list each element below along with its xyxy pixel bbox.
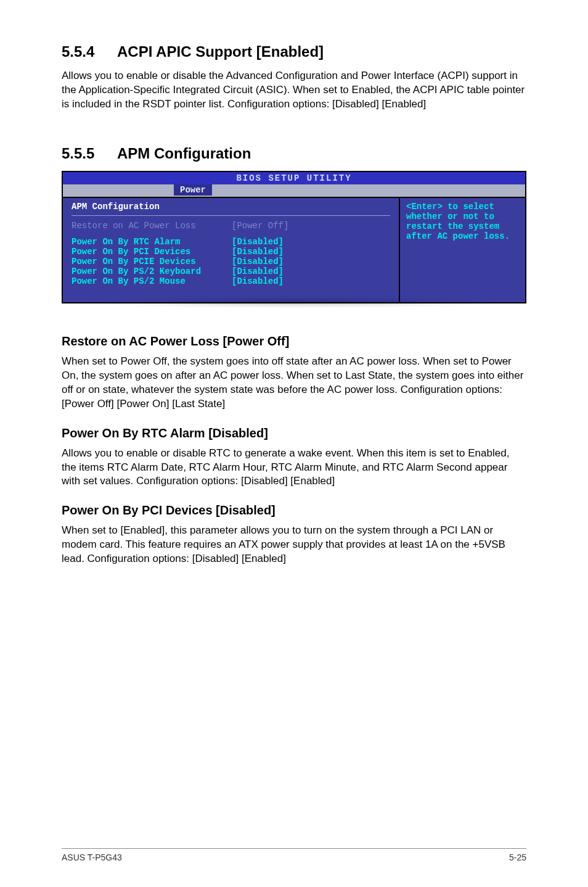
section-554-title: ACPI APIC Support [Enabled] xyxy=(117,43,324,60)
pci-body: When set to [Enabled], this parameter al… xyxy=(62,524,526,566)
footer-left: ASUS T-P5G43 xyxy=(62,852,122,862)
bios-item-row: Power On By PCI Devices [Disabled] xyxy=(71,247,390,257)
bios-left-pane-title: APM Configuration xyxy=(71,202,390,214)
bios-item-label: Power On By PS/2 Keyboard xyxy=(71,266,232,276)
restore-body: When set to Power Off, the system goes i… xyxy=(62,355,526,411)
bios-highlighted-value: [Power Off] xyxy=(232,221,324,231)
bios-item-label: Power On By PCI Devices xyxy=(71,247,232,257)
section-554-number: 5.5.4 xyxy=(62,43,117,60)
bios-item-row: Power On By RTC Alarm [Disabled] xyxy=(71,237,390,247)
page-footer: ASUS T-P5G43 5-25 xyxy=(62,848,526,862)
rtc-heading: Power On By RTC Alarm [Disabled] xyxy=(62,426,526,440)
section-554-heading: 5.5.4ACPI APIC Support [Enabled] xyxy=(62,43,526,60)
bios-item-row: Power On By PCIE Devices [Disabled] xyxy=(71,257,390,266)
bios-item-label: Power On By RTC Alarm xyxy=(71,237,232,247)
footer-right: 5-25 xyxy=(509,852,526,862)
section-555-title: APM Configuration xyxy=(117,145,251,162)
bios-tab-bar: Power xyxy=(63,184,525,197)
pci-heading: Power On By PCI Devices [Disabled] xyxy=(62,503,526,518)
bios-divider xyxy=(71,215,390,216)
bios-screenshot: BIOS SETUP UTILITY Power APM Configurati… xyxy=(62,171,526,303)
bios-item-row: Power On By PS/2 Keyboard [Disabled] xyxy=(71,266,390,276)
bios-item-label: Power On By PS/2 Mouse xyxy=(71,276,232,286)
bios-left-pane: APM Configuration Restore on AC Power Lo… xyxy=(63,198,399,302)
restore-heading: Restore on AC Power Loss [Power Off] xyxy=(62,334,526,349)
bios-item-value: [Disabled] xyxy=(232,247,324,257)
bios-panel: BIOS SETUP UTILITY Power APM Configurati… xyxy=(62,171,526,303)
bios-item-value: [Disabled] xyxy=(232,266,324,276)
section-554-body: Allows you to enable or disable the Adva… xyxy=(62,69,526,112)
bios-tab-power: Power xyxy=(174,184,212,196)
bios-title-bar: BIOS SETUP UTILITY xyxy=(63,172,525,184)
bios-highlighted-row: Restore on AC Power Loss [Power Off] xyxy=(71,221,390,231)
section-555-number: 5.5.5 xyxy=(62,145,117,162)
bios-help-pane: <Enter> to select whether or not to rest… xyxy=(399,198,525,302)
bios-item-value: [Disabled] xyxy=(232,276,324,286)
bios-content-row: APM Configuration Restore on AC Power Lo… xyxy=(63,197,525,302)
bios-item-row: Power On By PS/2 Mouse [Disabled] xyxy=(71,276,390,286)
bios-shadow xyxy=(85,297,504,307)
bios-highlighted-label: Restore on AC Power Loss xyxy=(71,221,232,231)
section-555-heading: 5.5.5APM Configuration xyxy=(62,145,526,162)
bios-item-value: [Disabled] xyxy=(232,257,324,266)
rtc-body: Allows you to enable or disable RTC to g… xyxy=(62,447,526,489)
bios-item-value: [Disabled] xyxy=(232,237,324,247)
bios-item-label: Power On By PCIE Devices xyxy=(71,257,232,266)
